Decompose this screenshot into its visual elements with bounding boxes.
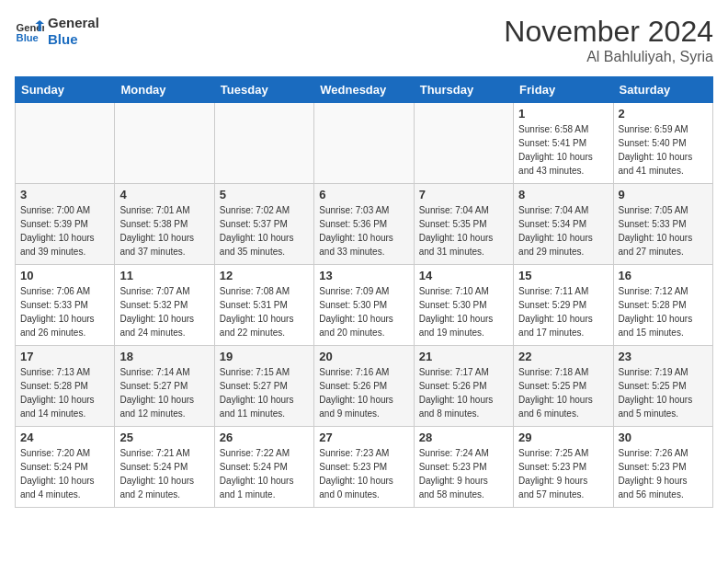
calendar-cell: 1Sunrise: 6:58 AM Sunset: 5:41 PM Daylig… (514, 103, 613, 184)
day-number: 10 (20, 269, 109, 282)
calendar-cell: 30Sunrise: 7:26 AM Sunset: 5:23 PM Dayli… (613, 427, 712, 508)
day-number: 17 (20, 350, 109, 363)
day-info: Sunrise: 7:14 AM Sunset: 5:27 PM Dayligh… (119, 365, 209, 420)
day-number: 30 (619, 431, 708, 444)
day-number: 18 (119, 350, 209, 363)
title-block: November 2024 Al Bahluliyah, Syria (504, 15, 713, 65)
day-number: 13 (319, 269, 408, 282)
day-info: Sunrise: 7:23 AM Sunset: 5:23 PM Dayligh… (319, 446, 408, 501)
calendar-cell: 8Sunrise: 7:04 AM Sunset: 5:34 PM Daylig… (514, 184, 613, 265)
day-number: 4 (119, 188, 209, 201)
day-number: 22 (518, 350, 608, 363)
day-info: Sunrise: 7:04 AM Sunset: 5:35 PM Dayligh… (419, 203, 508, 259)
calendar-cell: 18Sunrise: 7:14 AM Sunset: 5:27 PM Dayli… (115, 346, 214, 427)
day-info: Sunrise: 7:09 AM Sunset: 5:30 PM Dayligh… (319, 284, 408, 339)
calendar-cell: 24Sunrise: 7:20 AM Sunset: 5:24 PM Dayli… (16, 427, 115, 508)
calendar-cell: 2Sunrise: 6:59 AM Sunset: 5:40 PM Daylig… (613, 103, 712, 184)
calendar-cell (214, 103, 313, 184)
day-number: 15 (518, 269, 608, 282)
day-info: Sunrise: 7:24 AM Sunset: 5:23 PM Dayligh… (419, 446, 508, 501)
calendar-cell: 22Sunrise: 7:18 AM Sunset: 5:25 PM Dayli… (514, 346, 613, 427)
day-info: Sunrise: 7:17 AM Sunset: 5:26 PM Dayligh… (419, 365, 508, 420)
weekday-header-wednesday: Wednesday (314, 77, 414, 103)
logo-general: General (48, 15, 99, 31)
calendar-table: SundayMondayTuesdayWednesdayThursdayFrid… (15, 76, 713, 508)
calendar-cell: 9Sunrise: 7:05 AM Sunset: 5:33 PM Daylig… (613, 184, 712, 265)
calendar-cell: 21Sunrise: 7:17 AM Sunset: 5:26 PM Dayli… (414, 346, 513, 427)
day-number: 16 (619, 269, 708, 282)
day-number: 21 (419, 350, 508, 363)
day-info: Sunrise: 7:13 AM Sunset: 5:28 PM Dayligh… (20, 365, 109, 420)
calendar-cell: 3Sunrise: 7:00 AM Sunset: 5:39 PM Daylig… (16, 184, 115, 265)
day-number: 20 (319, 350, 408, 363)
day-number: 12 (220, 269, 309, 282)
weekday-header-thursday: Thursday (414, 77, 513, 103)
weekday-header-tuesday: Tuesday (214, 77, 313, 103)
day-info: Sunrise: 7:12 AM Sunset: 5:28 PM Dayligh… (619, 284, 708, 339)
calendar-cell: 16Sunrise: 7:12 AM Sunset: 5:28 PM Dayli… (613, 265, 712, 346)
weekday-header-friday: Friday (514, 77, 613, 103)
day-number: 1 (518, 107, 608, 121)
day-info: Sunrise: 7:01 AM Sunset: 5:38 PM Dayligh… (119, 203, 209, 259)
day-number: 25 (119, 431, 209, 444)
calendar-cell: 14Sunrise: 7:10 AM Sunset: 5:30 PM Dayli… (414, 265, 513, 346)
day-number: 9 (619, 188, 708, 201)
day-info: Sunrise: 7:10 AM Sunset: 5:30 PM Dayligh… (419, 284, 508, 339)
weekday-header-saturday: Saturday (613, 77, 712, 103)
calendar-cell: 11Sunrise: 7:07 AM Sunset: 5:32 PM Dayli… (115, 265, 214, 346)
day-info: Sunrise: 7:08 AM Sunset: 5:31 PM Dayligh… (220, 284, 309, 339)
calendar-cell: 10Sunrise: 7:06 AM Sunset: 5:33 PM Dayli… (16, 265, 115, 346)
day-number: 28 (419, 431, 508, 444)
day-info: Sunrise: 7:07 AM Sunset: 5:32 PM Dayligh… (119, 284, 209, 339)
day-info: Sunrise: 7:18 AM Sunset: 5:25 PM Dayligh… (518, 365, 608, 420)
calendar-cell: 6Sunrise: 7:03 AM Sunset: 5:36 PM Daylig… (314, 184, 414, 265)
calendar-cell (314, 103, 414, 184)
logo-blue: Blue (48, 31, 99, 48)
day-number: 19 (220, 350, 309, 363)
day-info: Sunrise: 7:21 AM Sunset: 5:24 PM Dayligh… (119, 446, 209, 501)
calendar-cell: 15Sunrise: 7:11 AM Sunset: 5:29 PM Dayli… (514, 265, 613, 346)
day-info: Sunrise: 7:15 AM Sunset: 5:27 PM Dayligh… (220, 365, 309, 420)
week-row-1: 1Sunrise: 6:58 AM Sunset: 5:41 PM Daylig… (16, 103, 713, 184)
calendar-cell: 7Sunrise: 7:04 AM Sunset: 5:35 PM Daylig… (414, 184, 513, 265)
day-number: 11 (119, 269, 209, 282)
day-number: 2 (619, 107, 708, 121)
calendar-cell: 13Sunrise: 7:09 AM Sunset: 5:30 PM Dayli… (314, 265, 414, 346)
day-number: 7 (419, 188, 508, 201)
calendar-cell: 4Sunrise: 7:01 AM Sunset: 5:38 PM Daylig… (115, 184, 214, 265)
day-info: Sunrise: 7:02 AM Sunset: 5:37 PM Dayligh… (220, 203, 309, 259)
day-info: Sunrise: 7:25 AM Sunset: 5:23 PM Dayligh… (518, 446, 608, 501)
calendar-cell: 27Sunrise: 7:23 AM Sunset: 5:23 PM Dayli… (314, 427, 414, 508)
weekday-header-monday: Monday (115, 77, 214, 103)
calendar-cell: 19Sunrise: 7:15 AM Sunset: 5:27 PM Dayli… (214, 346, 313, 427)
day-info: Sunrise: 7:19 AM Sunset: 5:25 PM Dayligh… (619, 365, 708, 420)
page-header: General Blue General Blue November 2024 … (15, 15, 713, 65)
weekday-header-row: SundayMondayTuesdayWednesdayThursdayFrid… (16, 77, 713, 103)
svg-text:Blue: Blue (17, 32, 39, 43)
day-info: Sunrise: 7:03 AM Sunset: 5:36 PM Dayligh… (319, 203, 408, 259)
calendar-cell: 26Sunrise: 7:22 AM Sunset: 5:24 PM Dayli… (214, 427, 313, 508)
day-info: Sunrise: 7:06 AM Sunset: 5:33 PM Dayligh… (20, 284, 109, 339)
day-number: 6 (319, 188, 408, 201)
week-row-5: 24Sunrise: 7:20 AM Sunset: 5:24 PM Dayli… (16, 427, 713, 508)
month-title: November 2024 (504, 15, 713, 49)
week-row-3: 10Sunrise: 7:06 AM Sunset: 5:33 PM Dayli… (16, 265, 713, 346)
calendar-cell: 28Sunrise: 7:24 AM Sunset: 5:23 PM Dayli… (414, 427, 513, 508)
calendar-cell: 5Sunrise: 7:02 AM Sunset: 5:37 PM Daylig… (214, 184, 313, 265)
day-info: Sunrise: 7:16 AM Sunset: 5:26 PM Dayligh… (319, 365, 408, 420)
calendar-cell: 17Sunrise: 7:13 AM Sunset: 5:28 PM Dayli… (16, 346, 115, 427)
day-number: 23 (619, 350, 708, 363)
day-number: 5 (220, 188, 309, 201)
day-number: 8 (518, 188, 608, 201)
day-info: Sunrise: 7:11 AM Sunset: 5:29 PM Dayligh… (518, 284, 608, 339)
calendar-cell (16, 103, 115, 184)
day-number: 29 (518, 431, 608, 444)
day-info: Sunrise: 7:05 AM Sunset: 5:33 PM Dayligh… (619, 203, 708, 259)
calendar-cell: 25Sunrise: 7:21 AM Sunset: 5:24 PM Dayli… (115, 427, 214, 508)
day-info: Sunrise: 6:59 AM Sunset: 5:40 PM Dayligh… (619, 122, 708, 178)
day-info: Sunrise: 7:26 AM Sunset: 5:23 PM Dayligh… (619, 446, 708, 501)
weekday-header-sunday: Sunday (16, 77, 115, 103)
week-row-2: 3Sunrise: 7:00 AM Sunset: 5:39 PM Daylig… (16, 184, 713, 265)
calendar-cell (414, 103, 513, 184)
day-number: 24 (20, 431, 109, 444)
